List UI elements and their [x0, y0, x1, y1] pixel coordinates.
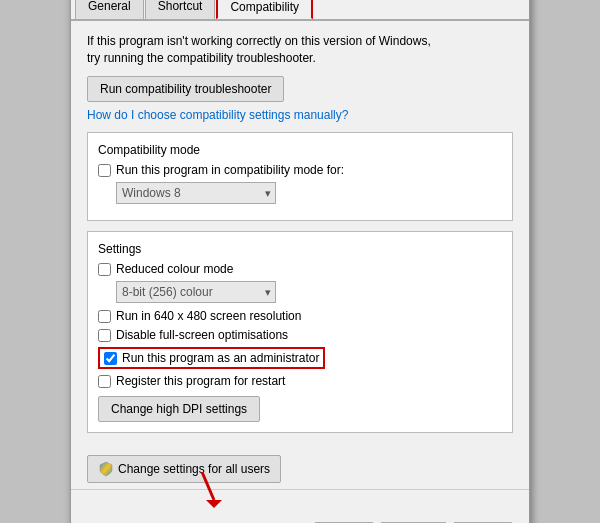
action-buttons-bar: OK Cancel Apply	[71, 489, 529, 523]
fullscreen-label[interactable]: Disable full-screen optimisations	[116, 328, 288, 342]
compat-checkbox-row: Run this program in compatibility mode f…	[98, 163, 502, 177]
tab-shortcut[interactable]: Shortcut	[145, 0, 216, 19]
tab-compatibility[interactable]: Compatibility	[216, 0, 313, 19]
main-content: If this program isn't working correctly …	[71, 21, 529, 456]
colour-dropdown[interactable]: 8-bit (256) colour16-bit colour	[116, 281, 276, 303]
change-all-label: Change settings for all users	[118, 462, 270, 476]
compat-dropdown[interactable]: Windows 8Windows 7Windows Vista (SP2)Win…	[116, 182, 276, 204]
compatibility-mode-section: Compatibility mode Run this program in c…	[87, 132, 513, 221]
high-dpi-wrapper: Change high DPI settings	[98, 396, 502, 422]
admin-highlight-box: Run this program as an administrator	[98, 347, 325, 369]
tab-container: Security Details Previous Versions Gener…	[71, 0, 529, 21]
change-all-button[interactable]: Change settings for all users	[87, 455, 281, 483]
change-all-wrapper: Change settings for all users	[87, 455, 281, 483]
compat-checkbox-label[interactable]: Run this program in compatibility mode f…	[116, 163, 344, 177]
shield-icon	[98, 461, 114, 477]
fullscreen-checkbox[interactable]	[98, 329, 111, 342]
properties-dialog: Security Details Previous Versions Gener…	[70, 0, 530, 523]
reduced-colour-row: Reduced colour mode	[98, 262, 502, 276]
settings-section-label: Settings	[98, 242, 502, 256]
reduced-colour-label[interactable]: Reduced colour mode	[116, 262, 233, 276]
settings-section: Settings Reduced colour mode 8-bit (256)…	[87, 231, 513, 433]
admin-row: Run this program as an administrator	[98, 347, 502, 369]
resolution-checkbox[interactable]	[98, 310, 111, 323]
admin-label[interactable]: Run this program as an administrator	[122, 351, 319, 365]
compat-section-label: Compatibility mode	[98, 143, 502, 157]
help-link[interactable]: How do I choose compatibility settings m…	[87, 108, 348, 122]
resolution-label[interactable]: Run in 640 x 480 screen resolution	[116, 309, 301, 323]
compat-dropdown-wrapper: Windows 8Windows 7Windows Vista (SP2)Win…	[116, 182, 276, 204]
resolution-row: Run in 640 x 480 screen resolution	[98, 309, 502, 323]
reduced-colour-checkbox[interactable]	[98, 263, 111, 276]
bottom-area: Change settings for all users	[71, 455, 529, 489]
tab-row-2: General Shortcut Compatibility	[75, 0, 525, 19]
register-restart-label[interactable]: Register this program for restart	[116, 374, 285, 388]
admin-checkbox[interactable]	[104, 352, 117, 365]
compat-checkbox[interactable]	[98, 164, 111, 177]
register-restart-checkbox[interactable]	[98, 375, 111, 388]
intro-text: If this program isn't working correctly …	[87, 33, 513, 67]
fullscreen-row: Disable full-screen optimisations	[98, 328, 502, 342]
tab-general[interactable]: General	[75, 0, 144, 19]
high-dpi-button[interactable]: Change high DPI settings	[98, 396, 260, 422]
run-troubleshooter-button[interactable]: Run compatibility troubleshooter	[87, 76, 284, 102]
colour-dropdown-wrapper: 8-bit (256) colour16-bit colour	[116, 281, 276, 303]
register-restart-row: Register this program for restart	[98, 374, 502, 388]
